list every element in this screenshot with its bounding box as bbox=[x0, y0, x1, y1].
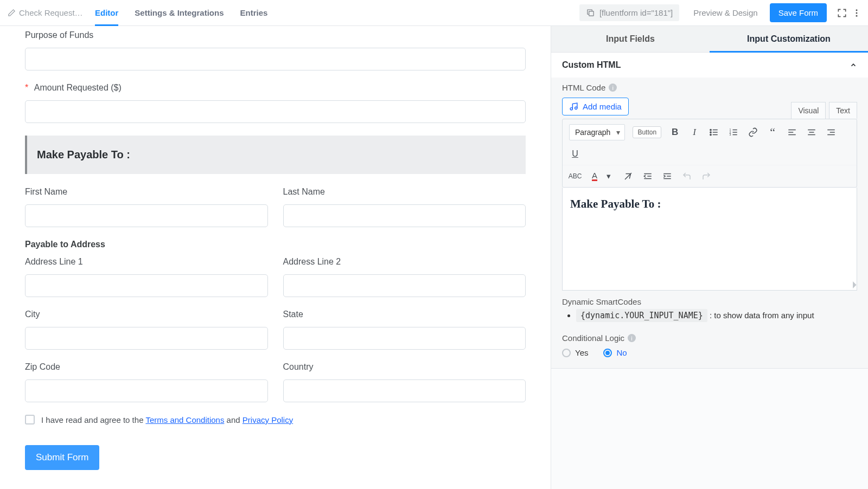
address2-input[interactable] bbox=[283, 274, 526, 297]
editor-canvas: Purpose of Funds * Amount Requested ($) … bbox=[0, 26, 551, 489]
amount-label: * Amount Requested ($) bbox=[25, 83, 526, 93]
edit-title-icon[interactable] bbox=[8, 9, 16, 17]
html-code-label: HTML Code i bbox=[562, 83, 857, 92]
section-custom-html-body: HTML Code i Add media Visual Text Pa bbox=[551, 78, 868, 368]
sidebar-tabs: Input Fields Input Customization bbox=[551, 26, 868, 53]
add-media-button[interactable]: Add media bbox=[562, 98, 629, 115]
zip-input[interactable] bbox=[25, 379, 268, 402]
state-input[interactable] bbox=[283, 327, 526, 350]
field-address2[interactable]: Address Line 2 bbox=[283, 257, 526, 297]
field-city[interactable]: City bbox=[25, 310, 268, 350]
align-left-icon[interactable] bbox=[786, 126, 798, 138]
shortcode-chip[interactable]: [fluentform id="181"] bbox=[579, 4, 679, 21]
terms-link[interactable]: Terms and Conditions bbox=[145, 415, 224, 424]
redo-icon[interactable] bbox=[700, 170, 712, 182]
rte-content-area[interactable]: Make Payable To : ◢ bbox=[562, 188, 857, 291]
country-input[interactable] bbox=[283, 379, 526, 402]
format-select[interactable]: Paragraph bbox=[569, 124, 625, 140]
fullscreen-button[interactable] bbox=[834, 5, 850, 21]
side-tab-input-fields[interactable]: Input Fields bbox=[551, 26, 710, 52]
field-country[interactable]: Country bbox=[283, 362, 526, 402]
first-name-label: First Name bbox=[25, 187, 268, 197]
align-center-icon[interactable] bbox=[806, 126, 818, 138]
last-name-input[interactable] bbox=[283, 204, 526, 227]
amount-input[interactable] bbox=[25, 100, 526, 123]
shortcode-text: [fluentform id="181"] bbox=[599, 8, 673, 17]
field-address1[interactable]: Address Line 1 bbox=[25, 257, 268, 297]
editor-mode-text[interactable]: Text bbox=[829, 102, 857, 119]
privacy-link[interactable]: Privacy Policy bbox=[242, 415, 293, 424]
save-button[interactable]: Save Form bbox=[770, 3, 827, 22]
required-marker: * bbox=[25, 83, 28, 92]
first-name-input[interactable] bbox=[25, 204, 268, 227]
address-section-title: Payable to Address bbox=[25, 240, 526, 249]
svg-point-3 bbox=[856, 15, 858, 16]
radio-dot bbox=[562, 349, 571, 357]
text-color-dropdown-icon[interactable]: ▾ bbox=[603, 170, 615, 182]
text-color-icon[interactable]: A bbox=[589, 170, 601, 182]
section-custom-html-header[interactable]: Custom HTML bbox=[551, 53, 868, 78]
smartcode-chip: {dynamic.YOUR_INPUT_NAME} bbox=[576, 309, 707, 322]
section-make-payable[interactable]: Make Payable To : bbox=[25, 136, 526, 174]
field-last-name[interactable]: Last Name bbox=[283, 187, 526, 227]
rte-toolbar: Paragraph Button B I 123 “ U bbox=[562, 119, 857, 188]
info-icon[interactable]: i bbox=[628, 334, 636, 342]
smartcode-desc: : to show data from any input bbox=[710, 311, 814, 320]
field-zip[interactable]: Zip Code bbox=[25, 362, 268, 402]
zip-label: Zip Code bbox=[25, 362, 268, 372]
more-button[interactable] bbox=[850, 6, 864, 20]
conditional-logic-radios: Yes No bbox=[562, 348, 857, 357]
bullet-list-icon[interactable] bbox=[708, 126, 720, 138]
field-amount[interactable]: * Amount Requested ($) bbox=[25, 83, 526, 123]
underline-icon[interactable]: U bbox=[569, 148, 581, 160]
field-first-name[interactable]: First Name bbox=[25, 187, 268, 227]
kebab-icon bbox=[852, 8, 861, 18]
quote-icon[interactable]: “ bbox=[767, 126, 778, 138]
info-icon[interactable]: i bbox=[609, 83, 617, 92]
tab-entries[interactable]: Entries bbox=[240, 0, 268, 25]
align-right-icon[interactable] bbox=[825, 126, 837, 138]
number-list-icon[interactable]: 123 bbox=[727, 126, 739, 138]
topbar: Check Request F… Editor Settings & Integ… bbox=[0, 0, 868, 26]
address1-label: Address Line 1 bbox=[25, 257, 268, 267]
svg-point-11 bbox=[710, 134, 711, 135]
italic-icon[interactable]: I bbox=[688, 126, 700, 138]
radio-no[interactable]: No bbox=[603, 348, 627, 357]
editor-mode-visual[interactable]: Visual bbox=[791, 102, 826, 119]
undo-icon[interactable] bbox=[681, 170, 693, 182]
clear-format-icon[interactable] bbox=[622, 170, 634, 182]
media-icon bbox=[569, 102, 578, 111]
address1-input[interactable] bbox=[25, 274, 268, 297]
link-icon[interactable] bbox=[747, 126, 759, 138]
main-tabs: Editor Settings & Integrations Entries bbox=[95, 0, 267, 25]
side-tab-customization[interactable]: Input Customization bbox=[710, 26, 868, 52]
form-title[interactable]: Check Request F… bbox=[19, 8, 84, 17]
bold-icon[interactable]: B bbox=[669, 126, 681, 138]
chevron-up-icon bbox=[850, 61, 857, 69]
conditional-logic-label: Conditional Logic i bbox=[562, 333, 857, 343]
address2-label: Address Line 2 bbox=[283, 257, 526, 267]
tab-editor[interactable]: Editor bbox=[95, 0, 118, 25]
field-state[interactable]: State bbox=[283, 310, 526, 350]
strikethrough-icon[interactable]: ABC bbox=[569, 170, 581, 182]
svg-point-2 bbox=[856, 12, 858, 14]
tab-settings[interactable]: Settings & Integrations bbox=[135, 0, 224, 25]
svg-point-4 bbox=[570, 108, 572, 110]
terms-checkbox-row[interactable]: I have read and agree to the Terms and C… bbox=[25, 415, 526, 424]
insert-button-pill[interactable]: Button bbox=[633, 126, 661, 138]
section-custom-html: Custom HTML HTML Code i Add media Visu bbox=[551, 53, 868, 369]
radio-dot bbox=[603, 349, 612, 357]
submit-button[interactable]: Submit Form bbox=[25, 445, 99, 470]
purpose-input[interactable] bbox=[25, 48, 526, 70]
indent-icon[interactable] bbox=[661, 170, 673, 182]
svg-point-10 bbox=[710, 132, 711, 133]
outdent-icon[interactable] bbox=[642, 170, 654, 182]
terms-checkbox[interactable] bbox=[25, 415, 35, 424]
resize-grip-icon[interactable]: ◢ bbox=[848, 280, 857, 289]
copy-icon bbox=[586, 8, 595, 17]
svg-point-9 bbox=[710, 129, 711, 130]
preview-button[interactable]: Preview & Design bbox=[687, 4, 764, 21]
radio-yes[interactable]: Yes bbox=[562, 348, 588, 357]
city-input[interactable] bbox=[25, 327, 268, 350]
field-purpose[interactable]: Purpose of Funds bbox=[25, 30, 526, 70]
